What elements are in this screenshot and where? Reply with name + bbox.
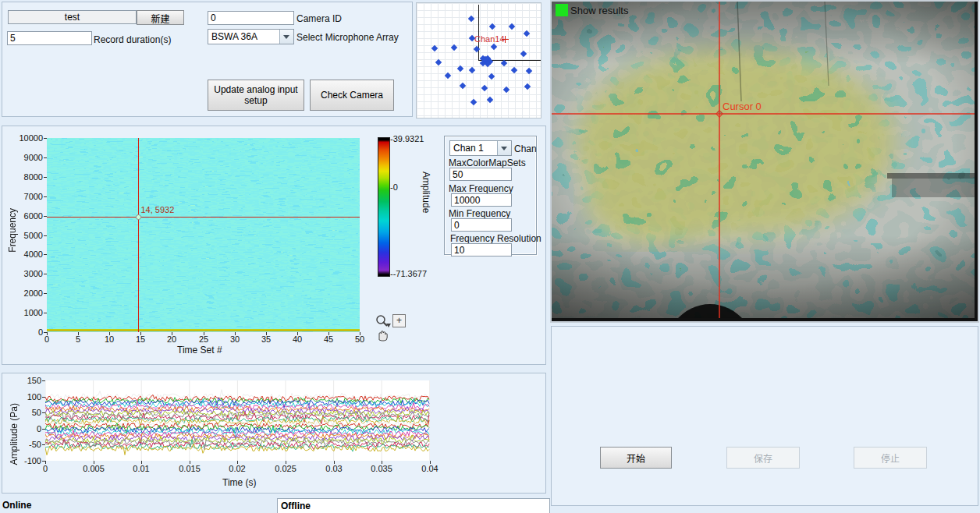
chevron-down-icon[interactable] <box>497 141 511 155</box>
spec-x-tick-label: 25 <box>192 334 215 344</box>
waveform-xlabel: Time (s) <box>222 477 257 488</box>
min-frequency-input[interactable] <box>451 218 512 232</box>
offline-status-box: Offline <box>277 498 550 513</box>
wave-x-tick-label: 0.035 <box>364 464 399 473</box>
mic-point <box>470 99 477 105</box>
mic-point <box>435 59 442 65</box>
spectrogram-panel: 14, 5932 Frequency Time Set # -39.9321 -… <box>2 126 546 365</box>
waveform-panel: Amplitude (Pa) Time (s) 150100500-50-100… <box>2 373 546 494</box>
mic-point <box>509 23 515 30</box>
colorbar-min-label: --71.3677 <box>390 269 427 278</box>
colorbar-max-label: -39.9321 <box>390 134 424 143</box>
acoustic-camera-app: test 新建 Record duration(s) Camera ID BSW… <box>0 0 980 513</box>
new-button[interactable]: 新建 <box>137 10 184 25</box>
spec-y-tickmark <box>44 196 47 197</box>
wave-y-tickmark <box>42 380 45 381</box>
frequency-resolution-input[interactable] <box>451 243 512 256</box>
spec-x-tickmark <box>328 332 329 335</box>
show-results-checkbox[interactable] <box>556 4 568 16</box>
spec-y-tickmark <box>44 313 47 313</box>
test-name-field[interactable]: test <box>8 10 137 24</box>
camera-view[interactable]: Cursor 0 Show results <box>550 0 979 323</box>
spec-x-tickmark <box>266 332 267 335</box>
spec-y-tickmark <box>44 293 47 294</box>
wave-x-tickmark <box>382 461 382 464</box>
wave-y-tickmark <box>42 412 45 413</box>
save-button[interactable]: 保存 <box>726 447 800 469</box>
spec-x-tickmark <box>172 332 172 335</box>
max-colormap-input[interactable] <box>449 168 512 181</box>
record-duration-input[interactable] <box>7 31 92 45</box>
mic-array-plot[interactable]: Chan14 <box>416 2 541 119</box>
chevron-down-icon[interactable] <box>279 30 293 44</box>
spec-x-tickmark <box>78 332 79 335</box>
spec-x-tick-label: 20 <box>160 334 183 344</box>
wave-x-tickmark <box>45 461 46 464</box>
spec-x-tickmark <box>235 332 236 335</box>
spec-x-tickmark <box>109 332 110 335</box>
update-analog-input-button[interactable]: Update analog input setup <box>208 80 304 111</box>
spectrogram-cursor-hline[interactable] <box>47 217 360 218</box>
wave-y-tick-label: -50 <box>13 440 41 449</box>
acoustic-overlay-image: Cursor 0 <box>552 2 975 318</box>
spectrogram-cursor-vline[interactable] <box>138 138 139 332</box>
wave-x-tickmark <box>94 461 94 464</box>
mic-point <box>451 44 457 51</box>
chan-select[interactable]: Chan 1 <box>449 140 512 156</box>
wave-y-tick-label: 100 <box>13 392 41 402</box>
pan-hand-icon[interactable] <box>375 328 389 341</box>
show-results-label: Show results <box>570 5 628 16</box>
wave-x-tickmark <box>237 461 238 464</box>
mic-point <box>524 30 530 37</box>
stop-button[interactable]: 停止 <box>854 447 927 469</box>
mic-point <box>469 67 475 73</box>
spec-x-tick-label: 15 <box>129 334 152 344</box>
mic-point <box>460 83 466 89</box>
spectrogram-cursor-label: 14, 5932 <box>141 205 175 214</box>
spec-y-tickmark <box>44 216 47 217</box>
wave-y-tick-label: 50 <box>13 408 41 417</box>
online-status-label: Online <box>2 500 31 511</box>
wave-x-tickmark <box>430 461 431 464</box>
spec-x-tickmark <box>47 332 48 335</box>
mic-array-select[interactable]: BSWA 36A <box>208 29 294 44</box>
colorbar-axis-label: Amplitude <box>421 172 431 213</box>
spec-x-tick-label: 45 <box>317 334 340 344</box>
waveform-plot[interactable] <box>45 380 430 461</box>
camera-id-label: Camera ID <box>296 13 342 24</box>
start-button[interactable]: 开始 <box>600 447 672 469</box>
setup-panel: test 新建 Record duration(s) Camera ID BSW… <box>2 2 413 117</box>
wave-x-tickmark <box>190 461 190 464</box>
spec-y-tick-label: 6000 <box>12 211 43 221</box>
spec-y-tick-label: 1000 <box>12 308 43 317</box>
zoom-tool-icon[interactable] <box>375 313 392 328</box>
cursor-tool-icon[interactable]: + <box>392 314 406 327</box>
mic-axis-vertical <box>478 5 479 60</box>
channel-controls-group: Chan 1 Chan MaxColorMapSets Max Frequenc… <box>444 136 537 255</box>
spec-y-tickmark <box>44 138 47 139</box>
wave-y-tickmark <box>42 444 45 445</box>
wave-y-tickmark <box>42 397 45 398</box>
mic-array-label: Select Microphone Array <box>296 32 399 43</box>
spec-y-tickmark <box>44 274 47 274</box>
wave-y-tick-label: 150 <box>13 376 41 385</box>
mic-point <box>431 45 438 51</box>
mic-point <box>503 87 510 93</box>
mic-point <box>511 67 517 73</box>
spec-x-tickmark <box>140 332 141 335</box>
spec-y-tick-label: 8000 <box>12 172 43 182</box>
mic-cursor-cross-v[interactable] <box>505 36 506 43</box>
max-frequency-label: Max Frequency <box>449 183 513 194</box>
action-panel: 开始 保存 停止 <box>551 326 978 506</box>
max-frequency-input[interactable] <box>451 193 512 207</box>
spectrogram-cursor-marker[interactable] <box>136 214 141 220</box>
check-camera-button[interactable]: Check Camera <box>310 80 394 111</box>
spectrogram-plot[interactable]: 14, 5932 <box>47 138 360 332</box>
camera-id-input[interactable] <box>208 11 294 25</box>
colorbar-mid-label: -0 <box>390 182 398 192</box>
mic-array-value: BSWA 36A <box>211 31 257 42</box>
spec-x-tick-label: 50 <box>348 334 371 344</box>
offline-status-label: Offline <box>281 501 311 511</box>
spec-y-tick-label: 7000 <box>12 192 43 201</box>
mic-point <box>524 83 531 90</box>
